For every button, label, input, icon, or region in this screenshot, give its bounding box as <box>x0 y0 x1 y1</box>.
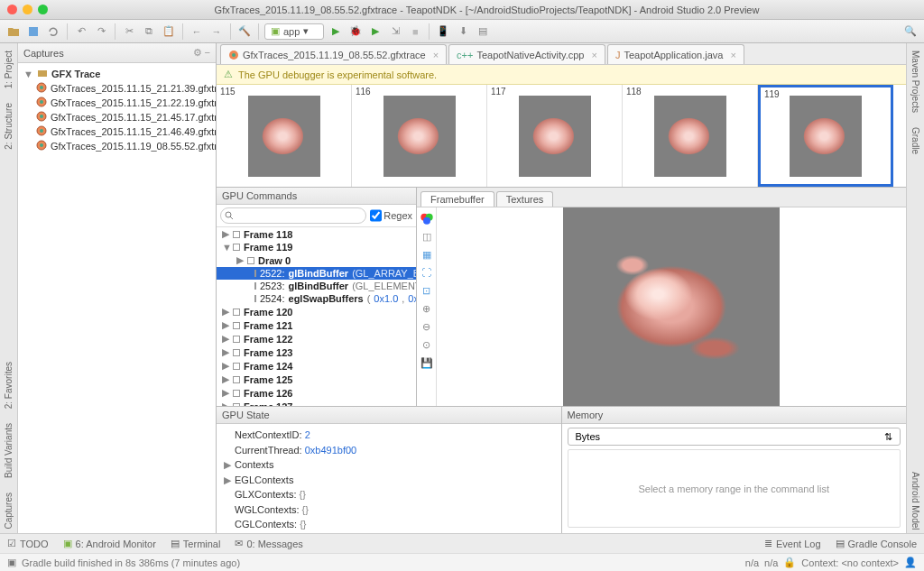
color-channel-icon[interactable] <box>420 211 434 226</box>
frame-thumbnail[interactable]: 119 <box>758 85 893 187</box>
captures-tree-item[interactable]: GfxTraces_2015.11.15_21.22.19.gfxtrace <box>20 96 214 110</box>
editor-tab[interactable]: JTeapotApplication.java× <box>607 44 744 64</box>
avd-manager-icon[interactable]: 📱 <box>435 23 451 40</box>
todo-tool-button[interactable]: ☑TODO <box>7 538 49 549</box>
close-tab-icon[interactable]: × <box>591 50 596 60</box>
gpu-command-row[interactable]: ▶Frame 125 <box>217 373 416 386</box>
zoom-out-icon[interactable]: ⊖ <box>420 319 434 334</box>
frame-thumbnail[interactable]: 117 <box>487 85 623 187</box>
teapot-render-thumb <box>654 96 726 177</box>
project-tool-button[interactable]: 1: Project <box>4 47 14 92</box>
minimize-window-button[interactable] <box>23 5 32 14</box>
regex-checkbox[interactable] <box>370 207 382 224</box>
refresh-icon[interactable] <box>45 23 61 40</box>
structure-tool-button[interactable]: 2: Structure <box>4 99 14 153</box>
editor-tab[interactable]: c++TeapotNativeActivity.cpp× <box>448 44 605 64</box>
framebuffer-view[interactable] <box>437 207 906 406</box>
gpu-command-row[interactable]: ▼Frame 119 <box>217 241 416 253</box>
gpu-command-row[interactable]: ▶Frame 118 <box>217 227 416 241</box>
terminal-tool-button[interactable]: ▤Terminal <box>171 538 221 549</box>
captures-tree-item[interactable]: GfxTraces_2015.11.19_08.55.52.gfxtrace <box>20 139 214 153</box>
minimize-panel-icon[interactable]: − <box>205 47 210 59</box>
captures-tree-item[interactable]: GfxTraces_2015.11.15_21.21.39.gfxtrace <box>20 81 214 96</box>
gpu-command-row[interactable]: ▶Frame 127 <box>217 400 416 406</box>
gpu-command-row[interactable]: ▶Frame 121 <box>217 318 416 332</box>
back-icon[interactable]: ← <box>189 23 205 40</box>
gpu-commands-search-input[interactable] <box>220 207 366 224</box>
frame-thumbnail[interactable]: 115 <box>217 85 352 187</box>
undo-icon[interactable]: ↶ <box>73 23 89 40</box>
zoom-window-button[interactable] <box>38 5 48 14</box>
build-variants-tool-button[interactable]: Build Variants <box>4 419 14 482</box>
close-window-button[interactable] <box>7 5 17 14</box>
run-coverage-button[interactable]: ▶ <box>367 23 383 40</box>
gradle-console-tool-button[interactable]: ▤Gradle Console <box>836 538 917 549</box>
gpu-command-row[interactable]: ▶Draw 0 <box>217 253 416 267</box>
gear-icon[interactable]: ⚙ <box>193 47 202 59</box>
build-icon[interactable]: 🔨 <box>236 23 253 40</box>
frame-thumbnail[interactable]: 118 <box>623 85 758 187</box>
frame-thumbnail[interactable]: 116 <box>352 85 487 187</box>
attach-debugger-icon[interactable]: ⇲ <box>387 23 403 40</box>
gpu-state-row[interactable]: ▶Contexts <box>224 457 554 473</box>
gpu-command-row[interactable]: 2523: glBindBuffer(GL_ELEMENT_ARRAY_BUF… <box>217 280 416 292</box>
actual-size-icon[interactable]: ⊡ <box>420 283 434 298</box>
gpu-state-row[interactable]: CurrentThread: 0xb491bf00 <box>224 443 554 458</box>
captures-tree-item[interactable]: GfxTraces_2015.11.15_21.46.49.gfxtrace <box>20 124 214 139</box>
android-monitor-tool-button[interactable]: ▣6: Android Monitor <box>63 538 156 549</box>
gpu-command-row[interactable]: ▶Frame 123 <box>217 345 416 359</box>
gpu-command-row[interactable]: 2524: eglSwapBuffers(0x1.0, 0xaedfecc0,0… <box>217 292 416 305</box>
redo-icon[interactable]: ↷ <box>93 23 109 40</box>
frame-number: 118 <box>626 87 642 97</box>
maven-tool-button[interactable]: Maven Projects <box>910 47 920 116</box>
tool-window-toggle-icon[interactable]: ▣ <box>7 557 16 568</box>
search-icon[interactable]: 🔍 <box>902 23 919 40</box>
tab-framebuffer[interactable]: Framebuffer <box>420 191 494 207</box>
ddms-icon[interactable]: ▤ <box>475 23 491 40</box>
tab-textures[interactable]: Textures <box>496 191 554 207</box>
depth-icon[interactable]: ▦ <box>420 247 434 262</box>
gpu-state-row[interactable]: CGLContexts: {} <box>224 517 554 532</box>
fit-icon[interactable]: ⛶ <box>420 265 434 280</box>
debug-button[interactable]: 🐞 <box>347 23 364 40</box>
copy-icon[interactable]: ⧉ <box>141 23 157 40</box>
favorites-tool-button[interactable]: 2: Favorites <box>4 358 14 412</box>
event-log-tool-button[interactable]: ≣Event Log <box>764 538 821 549</box>
run-button[interactable]: ▶ <box>328 23 344 40</box>
sdk-manager-icon[interactable]: ⬇ <box>455 23 471 40</box>
gpu-command-row[interactable]: ▶Frame 126 <box>217 386 416 400</box>
close-tab-icon[interactable]: × <box>433 50 439 60</box>
gpu-command-row[interactable]: ▶Frame 124 <box>217 359 416 373</box>
captures-tree-root[interactable]: ▼ GFX Trace <box>20 67 214 81</box>
captures-tool-button[interactable]: Captures <box>4 489 14 533</box>
cut-icon[interactable]: ✂ <box>121 23 137 40</box>
messages-tool-button[interactable]: ✉0: Messages <box>235 538 302 549</box>
zoom-in-icon[interactable]: ⊕ <box>420 301 434 316</box>
editor-tab[interactable]: GfxTraces_2015.11.19_08.55.52.gfxtrace× <box>220 44 447 64</box>
regex-checkbox-label[interactable]: Regex <box>370 207 412 224</box>
gpu-state-row[interactable]: NextContextID: 2 <box>224 428 554 443</box>
android-model-tool-button[interactable]: Android Model <box>910 468 920 533</box>
save-image-icon[interactable]: 💾 <box>420 355 434 370</box>
gpu-state-row[interactable]: GLXContexts: {} <box>224 487 554 502</box>
captures-tree-item[interactable]: GfxTraces_2015.11.15_21.45.17.gfxtrace <box>20 110 214 124</box>
open-file-icon[interactable] <box>5 23 22 40</box>
hector-icon[interactable]: 👤 <box>904 557 917 568</box>
gpu-command-row[interactable]: ▶Frame 122 <box>217 332 416 345</box>
forward-icon[interactable]: → <box>208 23 225 40</box>
gpu-command-row[interactable]: 2522: glBindBuffer(GL_ARRAY_BUFFER, 0) <box>217 267 416 280</box>
wireframe-icon[interactable]: ◫ <box>420 229 434 244</box>
stop-button[interactable]: ■ <box>407 23 423 40</box>
zoom-reset-icon[interactable]: ⊙ <box>420 337 434 352</box>
close-tab-icon[interactable]: × <box>730 50 735 60</box>
gpu-command-row[interactable]: ▶Frame 120 <box>217 305 416 318</box>
gpu-state-row[interactable]: ▶EGLContexts <box>224 473 554 488</box>
gpu-state-row[interactable]: WGLContexts: {} <box>224 502 554 518</box>
paste-icon[interactable]: 📋 <box>161 23 177 40</box>
lock-icon[interactable]: 🔒 <box>783 557 796 568</box>
run-config-select[interactable]: ▣ app ▾ <box>264 23 324 40</box>
memory-type-select[interactable]: Bytes ⇅ <box>568 428 901 446</box>
gradle-tool-button[interactable]: Gradle <box>910 124 920 158</box>
status-context[interactable]: Context: <no context> <box>801 557 899 568</box>
save-icon[interactable] <box>25 23 42 40</box>
